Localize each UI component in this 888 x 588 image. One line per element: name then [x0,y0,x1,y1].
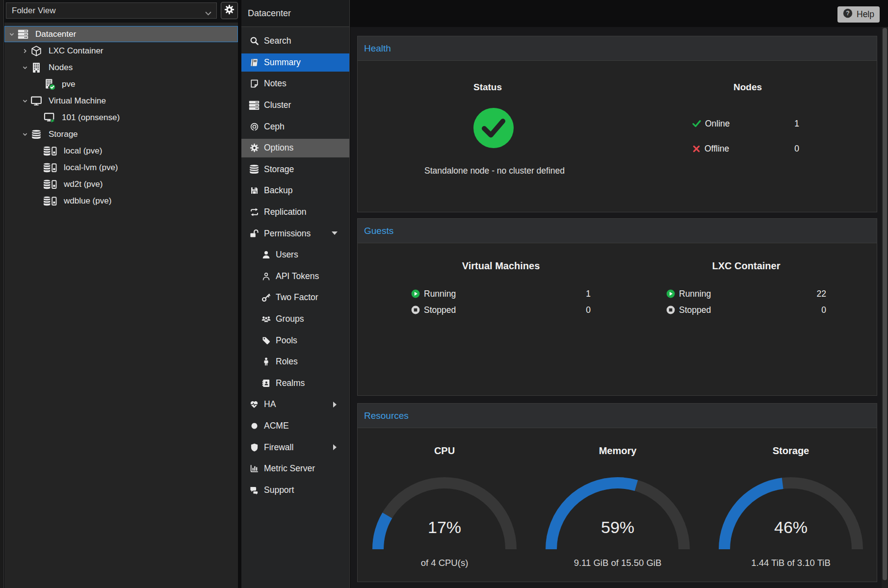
tree-item-local-pve[interactable]: local (pve) [4,143,238,159]
menu-item-firewall[interactable]: Firewall [241,436,349,458]
menu-item-storage[interactable]: Storage [241,159,349,180]
cube-icon [29,45,43,57]
guest-state-label: Running [679,289,711,299]
tree-item-lxc-container[interactable]: LXC Container [4,43,238,59]
menu-item-two-factor[interactable]: Two Factor [241,287,349,308]
tree-item-101-opnsense[interactable]: 101 (opnsense) [4,109,238,126]
menu-item-label: Replication [264,207,307,217]
menu-item-label: Storage [264,164,294,175]
proxmox-datacenter-page: Folder View DatacenterLXC ContainerNodes… [0,0,888,588]
stop-circle-icon [411,306,420,314]
menu-item-groups[interactable]: Groups [241,308,349,330]
database-icon [248,163,261,175]
shield-icon [248,443,261,452]
cluster-status-text: Standalone node - no cluster defined [358,166,631,176]
vertical-scrollbar[interactable] [882,27,888,588]
nodes-online-row: Online1 [692,118,730,129]
chevron-down-icon[interactable] [21,131,29,137]
menu-item-pools[interactable]: Pools [241,330,349,351]
expand-right-icon[interactable] [333,444,337,450]
menu-item-backup[interactable]: Backup [241,180,349,202]
menu-item-options[interactable]: Options [241,137,349,159]
stop-circle-icon [666,306,675,314]
gauge-arc [371,475,518,554]
menu-item-api-tokens[interactable]: API Tokens [241,266,349,287]
node-state-label: Online [705,119,730,129]
storage-icon [43,162,58,174]
tree-item-local-lvm-pve[interactable]: local-lvm (pve) [4,159,238,176]
menu-item-metric-server[interactable]: Metric Server [241,458,349,480]
menu-item-search[interactable]: Search [241,30,349,52]
guest-stopped-row: Stopped0 [666,305,826,315]
guest-state-value: 1 [586,289,591,299]
node-state-value: 1 [740,119,799,129]
menu-item-ha[interactable]: HA [241,394,349,415]
chart-icon [248,464,261,473]
menu-item-label: Ceph [264,122,285,132]
menu-item-users[interactable]: Users [241,244,349,266]
tree-item-label: wdblue (pve) [64,196,111,206]
tree-item-label: 101 (opnsense) [62,113,120,123]
menu-item-permissions[interactable]: Permissions [241,223,349,244]
menu-item-replication[interactable]: Replication [241,202,349,223]
tree-item-pve[interactable]: pve [4,76,238,92]
nodes-heading: Nodes [618,82,878,93]
menu-item-ceph[interactable]: Ceph [241,116,349,137]
menu-item-label: Options [264,143,293,153]
tree-item-label: Virtual Machine [49,96,106,106]
menu-item-label: Support [264,485,294,495]
menu-item-roles[interactable]: Roles [241,351,349,373]
node-online-icon [43,78,56,90]
guest-state-label: Stopped [679,305,711,315]
gauge-arc [544,475,691,554]
ceph-icon [248,122,261,131]
group-icon [260,314,272,324]
gauge-detail: 9.11 GiB of 15.50 GiB [544,558,691,568]
chevron-down-icon[interactable] [21,98,29,104]
menu-item-label: Metric Server [264,463,315,474]
chevron-right-icon[interactable] [21,48,29,54]
menu-item-notes[interactable]: Notes [241,73,349,95]
chevron-down-icon[interactable] [7,31,16,37]
tree-item-nodes[interactable]: Nodes [4,59,238,76]
gauge-arc [717,475,864,554]
idcard-icon [260,379,272,388]
book-icon [248,58,261,67]
node-state-value: 0 [740,144,799,154]
menu-item-realms[interactable]: Realms [241,373,349,394]
menu-item-label: Cluster [264,100,291,110]
guest-state-value: 0 [586,305,591,315]
tree-item-label: Datacenter [35,29,76,39]
chevron-down-icon[interactable] [21,65,29,71]
tree-item-wdblue-pve[interactable]: wdblue (pve) [4,193,238,209]
tree-settings-button[interactable] [221,2,238,19]
datacenter-menu: Datacenter SearchSummaryNotesClusterCeph… [241,0,350,588]
scrollbar-thumb[interactable] [883,28,887,580]
menu-item-summary[interactable]: Summary [241,52,349,74]
tree-item-label: LXC Container [49,46,104,56]
tree-item-virtual-machine[interactable]: Virtual Machine [4,93,238,109]
resources-panel: Resources CPU17%of 4 CPU(s)Memory59%9.11… [357,403,877,582]
svg-text:?: ? [846,10,850,17]
expand-down-icon[interactable] [332,231,338,235]
help-button[interactable]: ? Help [837,6,880,23]
tree-item-wd2t-pve[interactable]: wd2t (pve) [4,176,238,192]
gauge-percent: 59% [544,518,691,537]
menu-item-support[interactable]: Support [241,479,349,501]
menu-item-label: Realms [276,378,305,388]
unlock-icon [248,229,261,238]
question-circle-icon: ? [843,8,853,21]
tree-item-datacenter[interactable]: Datacenter [4,26,238,42]
guest-state-label: Running [424,289,456,299]
menu-item-label: Two Factor [276,292,318,303]
storage-icon [43,179,58,190]
menu-item-cluster[interactable]: Cluster [241,95,349,116]
view-selector-combobox[interactable]: Folder View [6,2,217,19]
resource-tree: DatacenterLXC ContainerNodespveVirtual M… [4,23,238,588]
tree-item-storage[interactable]: Storage [4,126,238,142]
guest-state-value: 22 [817,289,826,299]
menu-item-acme[interactable]: ACME [241,415,349,437]
menu-item-label: Groups [276,314,304,324]
storage-icon [43,145,58,157]
expand-right-icon[interactable] [333,402,337,408]
